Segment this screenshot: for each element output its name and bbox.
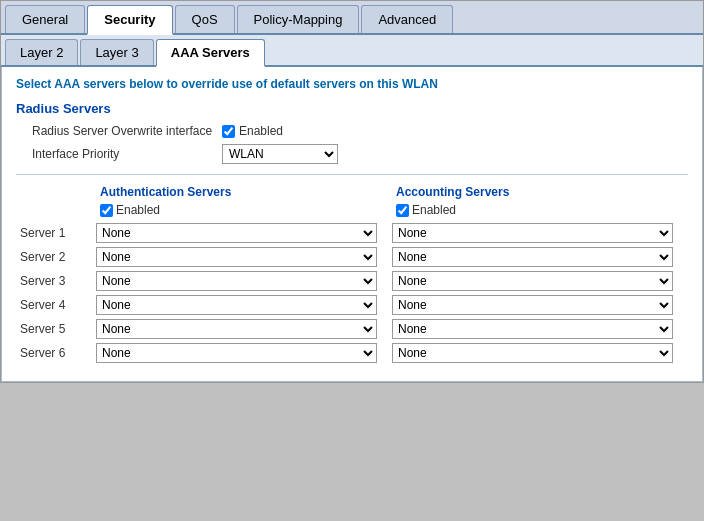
tab-policy-mapping[interactable]: Policy-Mapping: [237, 5, 360, 33]
auth-enabled-cell: Enabled: [96, 203, 392, 217]
subtab-layer3[interactable]: Layer 3: [80, 39, 153, 65]
overwrite-enabled-checkbox-label[interactable]: Enabled: [222, 124, 283, 138]
server-6-auth-select[interactable]: NoneServer-1Server-2Server-3: [96, 343, 377, 363]
server-1-label: Server 1: [16, 226, 96, 240]
server-3-accounting-select[interactable]: NoneServer-1Server-2Server-3: [392, 271, 673, 291]
accounting-enabled-label[interactable]: Enabled: [396, 203, 456, 217]
server-3-auth-select[interactable]: NoneServer-1Server-2Server-3: [96, 271, 377, 291]
server-5-auth-select[interactable]: NoneServer-1Server-2Server-3: [96, 319, 377, 339]
auth-enabled-label[interactable]: Enabled: [100, 203, 160, 217]
interface-priority-row: Interface Priority WLAN AP Management Dy…: [32, 144, 688, 164]
server-6-label: Server 6: [16, 346, 96, 360]
server-1-accounting-select[interactable]: NoneServer-1Server-2Server-3: [392, 223, 673, 243]
content-area: Select AAA servers below to override use…: [1, 67, 703, 382]
tab-advanced[interactable]: Advanced: [361, 5, 453, 33]
sub-tab-bar: Layer 2 Layer 3 AAA Servers: [1, 35, 703, 67]
server-2-accounting-select[interactable]: NoneServer-1Server-2Server-3: [392, 247, 673, 267]
server-1-auth-select[interactable]: NoneServer-1Server-2Server-3: [96, 223, 377, 243]
overwrite-label: Radius Server Overwrite interface: [32, 124, 222, 138]
subtab-aaa-servers[interactable]: AAA Servers: [156, 39, 265, 67]
subtab-layer2[interactable]: Layer 2: [5, 39, 78, 65]
servers-area: Authentication Servers Accounting Server…: [16, 185, 688, 363]
server-5-accounting-select[interactable]: NoneServer-1Server-2Server-3: [392, 319, 673, 339]
accounting-enabled-cell: Enabled: [392, 203, 688, 217]
server-3-label: Server 3: [16, 274, 96, 288]
interface-priority-select[interactable]: WLAN AP Management Dynamic: [222, 144, 338, 164]
main-container: General Security QoS Policy-Mapping Adva…: [0, 0, 704, 383]
tab-general[interactable]: General: [5, 5, 85, 33]
table-row: Server 1NoneServer-1Server-2Server-3None…: [16, 223, 688, 243]
table-row: Server 4NoneServer-1Server-2Server-3None…: [16, 295, 688, 315]
accounting-enabled-checkbox[interactable]: [396, 204, 409, 217]
server-rows: Server 1NoneServer-1Server-2Server-3None…: [16, 223, 688, 363]
server-4-accounting-select[interactable]: NoneServer-1Server-2Server-3: [392, 295, 673, 315]
server-2-label: Server 2: [16, 250, 96, 264]
tab-security[interactable]: Security: [87, 5, 172, 35]
divider: [16, 174, 688, 175]
auth-enabled-text: Enabled: [116, 203, 160, 217]
overwrite-enabled-text: Enabled: [239, 124, 283, 138]
servers-header: Authentication Servers Accounting Server…: [16, 185, 688, 199]
enabled-row: Enabled Enabled: [16, 203, 688, 217]
top-tab-bar: General Security QoS Policy-Mapping Adva…: [1, 1, 703, 35]
table-row: Server 6NoneServer-1Server-2Server-3None…: [16, 343, 688, 363]
info-text: Select AAA servers below to override use…: [16, 77, 688, 91]
interface-priority-label: Interface Priority: [32, 147, 222, 161]
server-4-auth-select[interactable]: NoneServer-1Server-2Server-3: [96, 295, 377, 315]
overwrite-row: Radius Server Overwrite interface Enable…: [32, 124, 688, 138]
auth-col-header: Authentication Servers: [96, 185, 392, 199]
server-5-label: Server 5: [16, 322, 96, 336]
overwrite-enabled-checkbox[interactable]: [222, 125, 235, 138]
table-row: Server 2NoneServer-1Server-2Server-3None…: [16, 247, 688, 267]
tab-qos[interactable]: QoS: [175, 5, 235, 33]
section-title: Radius Servers: [16, 101, 688, 116]
server-4-label: Server 4: [16, 298, 96, 312]
accounting-col-header: Accounting Servers: [392, 185, 688, 199]
server-6-accounting-select[interactable]: NoneServer-1Server-2Server-3: [392, 343, 673, 363]
auth-enabled-checkbox[interactable]: [100, 204, 113, 217]
table-row: Server 5NoneServer-1Server-2Server-3None…: [16, 319, 688, 339]
accounting-enabled-text: Enabled: [412, 203, 456, 217]
server-2-auth-select[interactable]: NoneServer-1Server-2Server-3: [96, 247, 377, 267]
table-row: Server 3NoneServer-1Server-2Server-3None…: [16, 271, 688, 291]
